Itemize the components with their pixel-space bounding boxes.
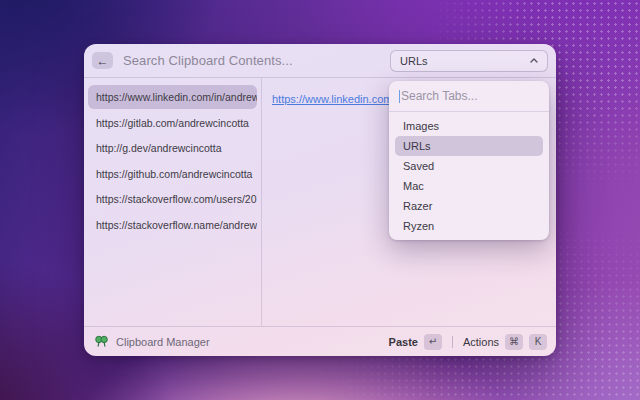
search-input[interactable]: Search Clipboard Contents... [123, 53, 293, 68]
dropdown-search-input[interactable]: Search Tabs... [401, 89, 478, 103]
list-item[interactable]: https://stackoverflow.com/users/207... [88, 187, 257, 211]
back-button[interactable]: ← [92, 52, 113, 69]
clipboard-manager-app-icon [93, 334, 109, 350]
filter-dropdown-button[interactable]: URLs [390, 50, 548, 72]
dropdown-option-images[interactable]: Images [395, 116, 543, 136]
back-icon: ← [97, 54, 109, 68]
filter-selected-label: URLs [400, 55, 428, 67]
filter-dropdown-panel: Search Tabs... Images URLs Saved Mac Raz… [389, 81, 549, 240]
dropdown-option-ryzen[interactable]: Ryzen [395, 216, 543, 236]
footer-actions: Paste ↵ Actions ⌘ K [389, 334, 547, 350]
dropdown-option-mac[interactable]: Mac [395, 176, 543, 196]
app-name-label: Clipboard Manager [116, 336, 210, 348]
actions-button[interactable]: Actions [463, 336, 499, 348]
dropdown-options: Images URLs Saved Mac Razer Ryzen [389, 112, 549, 240]
return-key-icon: ↵ [424, 334, 442, 350]
list-item[interactable]: https://www.linkedin.com/in/andrew... [88, 85, 257, 109]
dropdown-option-urls[interactable]: URLs [395, 136, 543, 156]
command-key-icon: ⌘ [505, 334, 523, 350]
paste-button[interactable]: Paste [389, 336, 418, 348]
list-item[interactable]: https://stackoverflow.name/andrew-... [88, 213, 257, 237]
footer-bar: Clipboard Manager Paste ↵ Actions ⌘ K [84, 326, 556, 356]
k-key-icon: K [529, 334, 547, 350]
dropdown-option-razer[interactable]: Razer [395, 196, 543, 216]
footer-divider [452, 336, 453, 348]
list-item[interactable]: https://gitlab.com/andrewcincotta [88, 111, 257, 135]
dropdown-option-saved[interactable]: Saved [395, 156, 543, 176]
list-item[interactable]: http://g.dev/andrewcincotta [88, 136, 257, 160]
clipboard-manager-window: ← Search Clipboard Contents... URLs http… [84, 44, 556, 356]
text-cursor [399, 90, 400, 103]
dropdown-search-row[interactable]: Search Tabs... [389, 81, 549, 112]
chevron-up-icon [530, 58, 538, 63]
clipboard-list: https://www.linkedin.com/in/andrew... ht… [84, 78, 262, 326]
list-item[interactable]: https://github.com/andrewcincotta [88, 162, 257, 186]
top-bar: ← Search Clipboard Contents... URLs [84, 44, 556, 78]
